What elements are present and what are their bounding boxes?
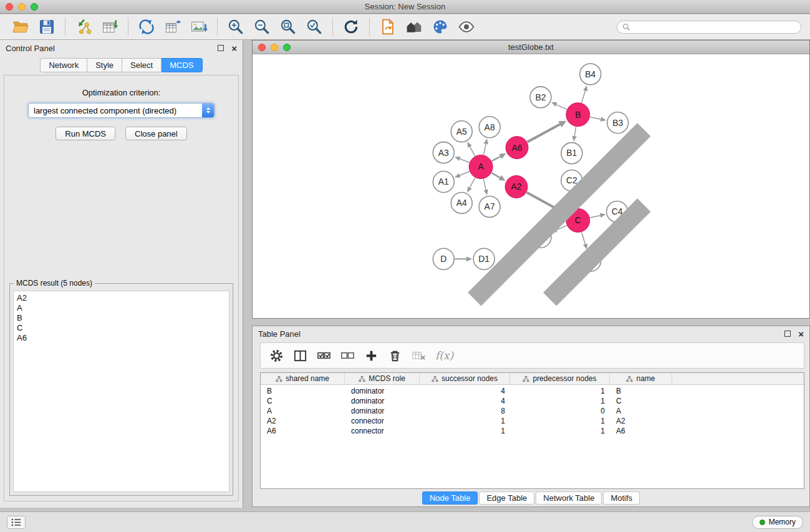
gear-icon[interactable] xyxy=(268,347,284,364)
table-row[interactable]: Adominator80A xyxy=(261,406,804,416)
close-panel-button[interactable]: Close panel xyxy=(125,127,187,140)
column-header-successor-nodes[interactable]: successor nodes xyxy=(420,373,510,384)
zoom-selected-icon[interactable] xyxy=(304,17,324,37)
tab-select[interactable]: Select xyxy=(122,58,162,72)
table-row[interactable]: A2connector11A2 xyxy=(261,416,804,426)
document-export-icon[interactable] xyxy=(378,17,398,37)
column-header-name[interactable]: name xyxy=(610,373,672,384)
search-box[interactable] xyxy=(617,21,801,34)
refresh-icon[interactable] xyxy=(341,17,361,37)
column-header-label: shared name xyxy=(286,374,329,383)
mcds-result-box: MCDS result (5 nodes) A2ABCA6 xyxy=(9,283,233,496)
dropdown-stepper-icon xyxy=(202,104,214,117)
float-table-panel-icon[interactable] xyxy=(784,331,791,337)
column-sort-icon xyxy=(276,375,282,382)
column-header-label: predecessor nodes xyxy=(533,374,596,383)
table-cell: 1 xyxy=(510,417,610,425)
zoom-view-button[interactable] xyxy=(283,44,291,51)
criterion-dropdown[interactable]: largest connected component (directed) xyxy=(28,103,215,118)
zoom-out-icon[interactable] xyxy=(252,17,272,37)
import-table-icon[interactable] xyxy=(100,17,120,37)
node-table: shared nameMCDS rolesuccessor nodesprede… xyxy=(260,372,804,489)
deselect-all-icon[interactable] xyxy=(339,347,355,364)
delete-table-icon[interactable] xyxy=(410,347,427,364)
close-panel-icon[interactable]: × xyxy=(231,44,237,53)
control-panel-header: Control Panel × xyxy=(0,40,243,56)
column-header-label: successor nodes xyxy=(441,374,498,383)
network-window-controls xyxy=(258,44,291,51)
table-cell: 1 xyxy=(510,427,610,435)
mcds-result-item[interactable]: A xyxy=(17,303,226,313)
tab-style[interactable]: Style xyxy=(87,58,122,72)
function-builder-icon[interactable]: f(x) xyxy=(435,349,453,362)
tab-network[interactable]: Network xyxy=(40,58,87,72)
minimize-view-button[interactable] xyxy=(271,44,278,51)
columns-icon[interactable] xyxy=(292,347,308,364)
open-session-icon[interactable] xyxy=(11,17,31,37)
mcds-result-item[interactable]: A6 xyxy=(17,333,226,343)
table-cell: 4 xyxy=(420,387,510,395)
network-window-title: testGlobe.txt xyxy=(253,42,809,52)
table-cell: 1 xyxy=(420,417,510,425)
table-cell: 4 xyxy=(420,397,510,405)
table-row[interactable]: Cdominator41C xyxy=(261,396,804,406)
close-view-button[interactable] xyxy=(258,44,266,51)
toolbar-separator xyxy=(128,17,128,36)
export-table-icon[interactable] xyxy=(163,17,183,37)
minimize-window-button[interactable] xyxy=(18,3,26,11)
column-header-predecessor-nodes[interactable]: predecessor nodes xyxy=(510,373,610,384)
column-sort-icon xyxy=(626,375,633,382)
export-network-icon[interactable] xyxy=(137,17,157,37)
tab-motifs[interactable]: Motifs xyxy=(603,491,640,505)
table-row[interactable]: Bdominator41B xyxy=(261,386,804,396)
column-header-shared-name[interactable]: shared name xyxy=(261,373,345,384)
network-canvas[interactable]: B4B2BB3A5A8A6A3B1AC2A1A2A4A7C4CC1DD1C3 xyxy=(253,54,809,318)
table-panel-header: Table Panel × xyxy=(253,326,809,341)
memory-status-icon xyxy=(759,520,765,525)
task-history-button[interactable] xyxy=(7,516,26,529)
table-panel: Table Panel × xyxy=(252,326,810,507)
tab-edge-table[interactable]: Edge Table xyxy=(479,491,534,505)
tab-network-table[interactable]: Network Table xyxy=(536,491,602,505)
search-input[interactable] xyxy=(634,22,796,31)
table-cell: A2 xyxy=(610,417,672,425)
table-panel-title: Table Panel xyxy=(258,329,301,339)
table-cell: A6 xyxy=(261,427,345,435)
close-window-button[interactable] xyxy=(6,3,13,11)
table-cell: 1 xyxy=(510,397,610,405)
select-all-icon[interactable] xyxy=(316,347,332,364)
zoom-in-icon[interactable] xyxy=(226,17,246,37)
session-title: Session: New Session xyxy=(0,2,810,11)
close-table-panel-icon[interactable]: × xyxy=(798,329,804,339)
tab-mcds[interactable]: MCDS xyxy=(162,58,202,72)
table-cell: B xyxy=(261,387,345,395)
zoom-fit-icon[interactable] xyxy=(278,17,298,37)
list-icon xyxy=(11,518,22,527)
memory-label: Memory xyxy=(769,518,796,526)
table-cell: 1 xyxy=(510,387,610,395)
mcds-result-item[interactable]: B xyxy=(17,313,226,323)
add-column-icon[interactable] xyxy=(363,347,379,364)
zoom-window-button[interactable] xyxy=(31,3,38,11)
status-bar: Memory xyxy=(0,511,810,532)
table-cell: B xyxy=(610,387,672,395)
mcds-result-item[interactable]: C xyxy=(17,323,226,333)
mcds-result-item[interactable]: A2 xyxy=(17,293,226,303)
palette-icon[interactable] xyxy=(430,17,450,37)
column-header-filler xyxy=(672,373,804,384)
tab-node-table[interactable]: Node Table xyxy=(422,491,478,505)
run-mcds-button[interactable]: Run MCDS xyxy=(55,127,115,140)
memory-button[interactable]: Memory xyxy=(752,516,803,529)
float-panel-icon[interactable] xyxy=(218,45,224,51)
resize-handle-icon[interactable] xyxy=(253,54,809,318)
toolbar-separator xyxy=(65,17,65,36)
eye-icon[interactable] xyxy=(456,17,476,37)
import-network-icon[interactable] xyxy=(74,17,94,37)
column-header-MCDS-role[interactable]: MCDS role xyxy=(345,373,420,384)
table-row[interactable]: A6connector11A6 xyxy=(261,426,804,436)
network-view-window: testGlobe.txt B4B2BB3A5A8A6A3B1AC2A1A2A4… xyxy=(252,40,810,319)
trash-icon[interactable] xyxy=(387,347,403,364)
home-icon[interactable] xyxy=(404,17,424,37)
save-session-icon[interactable] xyxy=(37,17,57,37)
export-image-icon[interactable] xyxy=(189,17,209,37)
